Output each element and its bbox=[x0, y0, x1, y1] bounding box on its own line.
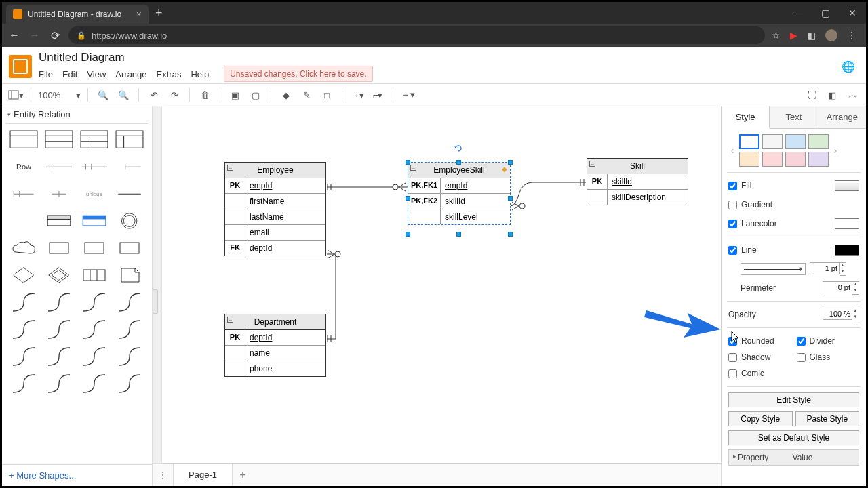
maximize-button[interactable]: ▢ bbox=[812, 7, 839, 18]
line-style-select[interactable]: ▼ bbox=[741, 263, 806, 275]
connection-icon[interactable]: →▾ bbox=[349, 87, 366, 103]
page-tab[interactable]: Page-1 bbox=[173, 464, 233, 486]
minimize-button[interactable]: — bbox=[785, 7, 812, 18]
shape-entity2[interactable] bbox=[79, 238, 109, 258]
bookmark-icon[interactable]: ☆ bbox=[772, 30, 781, 41]
collapse-icon[interactable]: ︿ bbox=[844, 87, 861, 103]
close-window-button[interactable]: ✕ bbox=[839, 7, 866, 18]
undo-icon[interactable]: ↶ bbox=[146, 87, 162, 103]
shape-rel9[interactable] bbox=[9, 346, 39, 367]
shape-titlebox-blue[interactable] bbox=[79, 211, 109, 231]
swatch[interactable] bbox=[739, 152, 760, 167]
shape-hline[interactable] bbox=[115, 184, 144, 204]
shape-titlebox[interactable] bbox=[44, 211, 74, 231]
line-width-field[interactable]: 1 pt bbox=[810, 262, 840, 274]
youtube-ext-icon[interactable]: ▶ bbox=[790, 30, 797, 41]
language-icon[interactable]: 🌐 bbox=[842, 60, 855, 73]
shadow-icon[interactable]: □ bbox=[319, 87, 335, 103]
entity-employeeskill[interactable]: –EmployeeSkill◆ PK,FK1empId PK,FK2skillI… bbox=[408, 162, 511, 225]
shape-rel8[interactable] bbox=[115, 319, 144, 340]
fill-checkbox[interactable] bbox=[728, 182, 737, 190]
shape-row5[interactable] bbox=[9, 184, 39, 204]
shape-rel1[interactable] bbox=[9, 292, 39, 312]
perimeter-field[interactable]: 0 pt bbox=[823, 281, 852, 293]
shape-rel15[interactable] bbox=[79, 373, 109, 394]
canvas[interactable]: –Employee PKempId firstName lastName ema… bbox=[153, 106, 721, 463]
entity-skill[interactable]: –Skill PKskillId skillDescription bbox=[587, 158, 688, 205]
shape-rel5[interactable] bbox=[9, 319, 39, 340]
shape-table4[interactable] bbox=[115, 129, 144, 150]
new-tab-button[interactable]: + bbox=[155, 6, 163, 20]
diagram-title[interactable]: Untitled Diagram bbox=[39, 51, 373, 64]
shape-row7[interactable]: unique bbox=[79, 184, 109, 204]
delete-icon[interactable]: 🗑 bbox=[197, 87, 213, 103]
tab-arrange[interactable]: Arrange bbox=[818, 106, 866, 128]
swatch[interactable] bbox=[785, 152, 806, 167]
set-default-style-button[interactable]: Set as Default Style bbox=[728, 430, 859, 445]
paste-style-button[interactable]: Paste Style bbox=[795, 411, 860, 426]
shape-cloud[interactable] bbox=[9, 238, 39, 258]
shape-rel4[interactable] bbox=[115, 292, 144, 312]
collapse-icon[interactable]: – bbox=[410, 165, 416, 171]
profile-avatar[interactable] bbox=[825, 29, 837, 41]
menu-edit[interactable]: Edit bbox=[62, 69, 77, 79]
shape-entity1[interactable] bbox=[44, 238, 74, 258]
glass-checkbox[interactable] bbox=[797, 353, 806, 362]
collapse-icon[interactable]: – bbox=[227, 165, 233, 171]
resize-handle[interactable] bbox=[508, 196, 513, 201]
shape-table2[interactable] bbox=[44, 129, 74, 150]
browser-tab[interactable]: Untitled Diagram - draw.io × bbox=[6, 5, 149, 24]
edit-style-button[interactable]: Edit Style bbox=[728, 392, 859, 407]
resize-handle[interactable] bbox=[406, 232, 410, 237]
shape-row2[interactable] bbox=[44, 157, 74, 177]
perimeter-stepper[interactable]: ▲▼ bbox=[852, 281, 859, 295]
unsaved-warning[interactable]: Unsaved changes. Click here to save. bbox=[224, 66, 372, 82]
shape-row-label[interactable]: Row bbox=[9, 157, 39, 177]
more-shapes-link[interactable]: More Shapes... bbox=[2, 464, 152, 486]
shape-note[interactable] bbox=[115, 265, 144, 285]
menu-arrange[interactable]: Arrange bbox=[115, 69, 146, 79]
line-width-stepper[interactable]: ▲▼ bbox=[840, 262, 846, 276]
swatch[interactable] bbox=[762, 134, 783, 149]
shape-table1[interactable] bbox=[9, 129, 39, 150]
property-section-header[interactable]: PropertyValue bbox=[728, 449, 859, 466]
palette-collapse-handle[interactable] bbox=[153, 289, 158, 314]
shape-rel12[interactable] bbox=[115, 346, 144, 367]
swatch[interactable] bbox=[762, 152, 783, 167]
pages-menu-icon[interactable]: ⋮ bbox=[153, 470, 173, 481]
menu-extras[interactable]: Extras bbox=[157, 69, 182, 79]
to-front-icon[interactable]: ▣ bbox=[227, 87, 243, 103]
shape-rel11[interactable] bbox=[79, 346, 109, 367]
fullscreen-icon[interactable]: ⛶ bbox=[804, 87, 820, 103]
zoom-in-icon[interactable]: 🔍 bbox=[95, 87, 111, 103]
close-tab-icon[interactable]: × bbox=[136, 9, 142, 20]
shape-rel13[interactable] bbox=[9, 373, 39, 394]
shape-rel7[interactable] bbox=[79, 319, 109, 340]
lanecolor-button[interactable] bbox=[835, 218, 859, 229]
shape-diamond2[interactable] bbox=[44, 265, 74, 285]
menu-help[interactable]: Help bbox=[191, 69, 209, 79]
shape-rel3[interactable] bbox=[79, 292, 109, 312]
waypoint-icon[interactable]: ⌐▾ bbox=[370, 87, 386, 103]
line-checkbox[interactable] bbox=[728, 246, 737, 255]
fill-color-button[interactable] bbox=[835, 180, 859, 191]
resize-handle[interactable] bbox=[456, 160, 461, 165]
zoom-level[interactable]: 100% bbox=[38, 90, 72, 100]
browser-menu-icon[interactable]: ⋮ bbox=[847, 30, 856, 41]
ext-icon[interactable]: ◧ bbox=[807, 30, 816, 41]
menu-view[interactable]: View bbox=[87, 69, 106, 79]
swatch-next-icon[interactable]: › bbox=[831, 145, 840, 156]
zoom-out-icon[interactable]: 🔍 bbox=[115, 87, 132, 103]
shape-rel10[interactable] bbox=[44, 346, 74, 367]
resize-handle[interactable] bbox=[406, 160, 410, 165]
shape-rel16[interactable] bbox=[115, 373, 144, 394]
swatch[interactable] bbox=[739, 134, 760, 149]
fill-color-icon[interactable]: ◆ bbox=[278, 87, 294, 103]
line-color-icon[interactable]: ✎ bbox=[298, 87, 315, 103]
shape-row3[interactable] bbox=[79, 157, 109, 177]
shape-empty1[interactable] bbox=[9, 211, 39, 231]
opacity-field[interactable]: 100 % bbox=[823, 308, 852, 320]
swatch-prev-icon[interactable]: ‹ bbox=[728, 145, 736, 156]
to-back-icon[interactable]: ▢ bbox=[248, 87, 264, 103]
reload-button[interactable]: ⟳ bbox=[48, 29, 62, 42]
